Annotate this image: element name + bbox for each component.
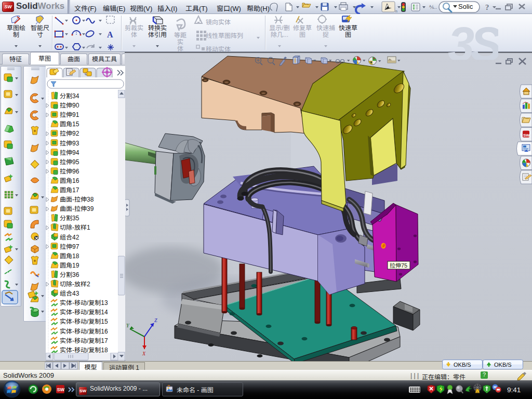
svg-text:分割36: 分割36 [60,271,79,278]
svg-text:曲面-拉伸39: 曲面-拉伸39 [60,205,94,212]
svg-text:9:41: 9:41 [507,386,521,394]
svg-text:圆角18: 圆角18 [60,252,79,260]
svg-text:拉伸93: 拉伸93 [60,140,79,147]
svg-text:组合43: 组合43 [60,290,79,297]
svg-text:拉伸92: 拉伸92 [60,130,79,137]
svg-text:组合42: 组合42 [60,234,79,241]
svg-text:拉伸75: 拉伸75 [390,262,407,269]
svg-text:实体-移动/复制17: 实体-移动/复制17 [60,337,108,344]
svg-text:分割35: 分割35 [60,215,79,222]
svg-text:实体-移动/复制16: 实体-移动/复制16 [60,328,108,335]
svg-text:切除-放样2: 切除-放样2 [60,281,90,288]
svg-text:n: n [395,9,397,13]
svg-text:拉伸94: 拉伸94 [60,149,79,156]
svg-text:SW: SW [57,387,65,392]
svg-text:拉伸90: 拉伸90 [60,102,79,109]
svg-text:实体-移动/复制15: 实体-移动/复制15 [60,318,108,325]
svg-text:Z: Z [154,317,157,323]
svg-text:拉伸91: 拉伸91 [60,111,79,118]
svg-text:A: A [107,30,113,39]
svg-text:拉伸95: 拉伸95 [60,158,79,166]
svg-text:曲面-拉伸38: 曲面-拉伸38 [60,196,94,203]
svg-text:OKB/S: OKB/S [454,362,471,368]
svg-text:OKB/S: OKB/S [494,362,512,368]
svg-text:实体-移动/复制13: 实体-移动/复制13 [60,299,108,307]
svg-text:拉伸97: 拉伸97 [60,243,79,250]
svg-text:圆角19: 圆角19 [60,262,79,269]
svg-text:实体-移动/复制14: 实体-移动/复制14 [60,309,108,316]
svg-text:X: X [142,351,146,356]
svg-text:?: ? [485,3,489,11]
svg-text:圆角17: 圆角17 [60,187,79,194]
svg-text:圆角16: 圆角16 [60,177,79,184]
svg-text:切除-放样1: 切除-放样1 [60,224,90,231]
svg-text:拉伸96: 拉伸96 [60,168,79,175]
svg-text:分割34: 分割34 [60,92,79,100]
svg-text:⅍..: ⅍.. [429,4,437,10]
svg-text:SW: SW [523,133,530,138]
svg-text:Solic: Solic [458,3,473,10]
svg-text:圆角15: 圆角15 [60,121,79,128]
svg-text:实体-移动/复制18: 实体-移动/复制18 [60,347,108,353]
